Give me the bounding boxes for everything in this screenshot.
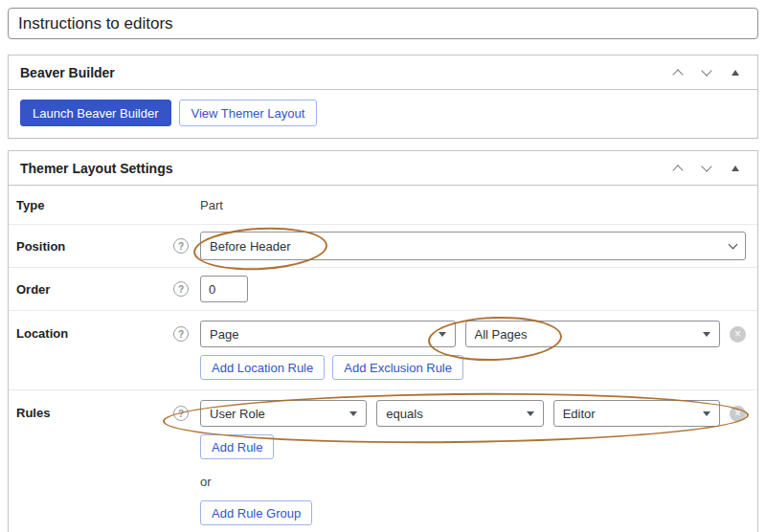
- type-row: Type Part: [9, 186, 757, 225]
- chevron-up-icon: [672, 165, 683, 175]
- location-rule-line: Page All Pages ×: [200, 321, 746, 347]
- location-buttons: Add Location Rule Add Exclusion Rule: [200, 355, 746, 380]
- rules-label-cell: Rules ?: [9, 400, 200, 525]
- rule-value-select[interactable]: Editor: [553, 400, 720, 427]
- order-value-cell: [200, 268, 757, 310]
- triangle-down-icon: [349, 411, 357, 416]
- location-label-cell: Location ?: [9, 321, 200, 380]
- remove-location-rule-icon[interactable]: ×: [730, 326, 746, 343]
- add-rule-group-line: Add Rule Group: [200, 500, 746, 525]
- location-label: Location: [16, 326, 68, 341]
- order-input[interactable]: [200, 276, 248, 302]
- panel-title: Beaver Builder: [20, 65, 115, 80]
- position-label-cell: Position ?: [9, 225, 200, 267]
- triangle-down-icon: [527, 411, 534, 416]
- rule-line: User Role equals Editor ×: [200, 400, 746, 427]
- position-label: Position: [16, 239, 65, 254]
- beaver-builder-panel-body: Launch Beaver Builder View Themer Layout: [9, 90, 757, 138]
- position-select[interactable]: Before Header: [200, 232, 746, 260]
- triangle-up-icon: [732, 166, 739, 171]
- panel-handle-actions: [664, 154, 757, 183]
- panel-handle-actions: [664, 58, 757, 87]
- chevron-down-icon: [701, 65, 711, 76]
- triangle-down-icon: [703, 411, 710, 416]
- rule-value-select-value: Editor: [563, 407, 596, 421]
- beaver-builder-panel-header: Beaver Builder: [9, 55, 757, 90]
- type-label: Type: [16, 198, 44, 212]
- admin-page: Beaver Builder Launch Beaver Builder Vie…: [0, 0, 766, 532]
- add-location-rule-button[interactable]: Add Location Rule: [200, 355, 325, 380]
- location-type-select-value: Page: [210, 327, 238, 342]
- rule-operator-select[interactable]: equals: [376, 400, 543, 427]
- rule-subject-select[interactable]: User Role: [200, 400, 367, 427]
- launch-beaver-builder-button[interactable]: Launch Beaver Builder: [20, 100, 171, 126]
- chevron-up-icon: [672, 69, 683, 79]
- position-row: Position ? Before Header: [9, 225, 757, 268]
- type-label-cell: Type: [9, 186, 200, 224]
- chevron-down-icon: [701, 161, 711, 171]
- order-label-cell: Order ?: [9, 268, 200, 310]
- location-row: Location ? Page All Pages ×: [9, 311, 757, 390]
- help-icon[interactable]: ?: [173, 281, 189, 297]
- rules-label: Rules: [16, 406, 50, 420]
- move-down-button[interactable]: [692, 154, 721, 183]
- panel-title: Themer Layout Settings: [20, 161, 172, 176]
- themer-settings-panel-header: Themer Layout Settings: [9, 151, 757, 186]
- triangle-up-icon: [732, 70, 739, 76]
- triangle-down-icon: [439, 332, 446, 337]
- rules-row: Rules ? User Role equals: [9, 390, 757, 532]
- chevron-down-icon: [729, 240, 738, 250]
- or-separator-label: or: [200, 475, 746, 489]
- order-row: Order ?: [9, 268, 757, 311]
- themer-settings-table: Type Part Position ? Before Header: [9, 186, 757, 532]
- location-value-cell: Page All Pages × Add Location Rule Add E…: [200, 321, 757, 380]
- remove-rule-icon[interactable]: ×: [730, 406, 746, 422]
- type-value-cell: Part: [200, 186, 757, 224]
- help-icon[interactable]: ?: [173, 238, 189, 254]
- view-themer-layout-button[interactable]: View Themer Layout: [179, 100, 318, 126]
- position-select-value: Before Header: [210, 239, 291, 254]
- help-icon[interactable]: ?: [173, 326, 189, 342]
- rules-value-cell: User Role equals Editor ×: [200, 400, 757, 525]
- collapse-panel-button[interactable]: [721, 154, 750, 183]
- rule-operator-select-value: equals: [386, 407, 422, 421]
- type-value: Part: [200, 198, 223, 212]
- move-up-button[interactable]: [664, 58, 692, 87]
- location-scope-select[interactable]: All Pages: [465, 321, 721, 347]
- beaver-builder-panel: Beaver Builder Launch Beaver Builder Vie…: [8, 55, 758, 139]
- move-down-button[interactable]: [692, 58, 721, 87]
- rule-subject-select-value: User Role: [210, 407, 265, 421]
- location-scope-select-value: All Pages: [475, 327, 528, 342]
- order-label: Order: [16, 282, 50, 297]
- location-type-select[interactable]: Page: [200, 321, 456, 347]
- collapse-panel-button[interactable]: [721, 58, 750, 87]
- add-rule-button[interactable]: Add Rule: [200, 434, 274, 459]
- add-rule-group-button[interactable]: Add Rule Group: [200, 500, 312, 525]
- move-up-button[interactable]: [664, 154, 692, 183]
- position-value-cell: Before Header: [200, 225, 757, 267]
- help-icon[interactable]: ?: [173, 406, 189, 421]
- add-rule-line: Add Rule: [200, 434, 746, 459]
- add-exclusion-rule-button[interactable]: Add Exclusion Rule: [332, 355, 463, 380]
- post-title-input[interactable]: [8, 8, 758, 39]
- triangle-down-icon: [703, 332, 710, 337]
- themer-settings-panel: Themer Layout Settings Type Part Pos: [8, 150, 758, 532]
